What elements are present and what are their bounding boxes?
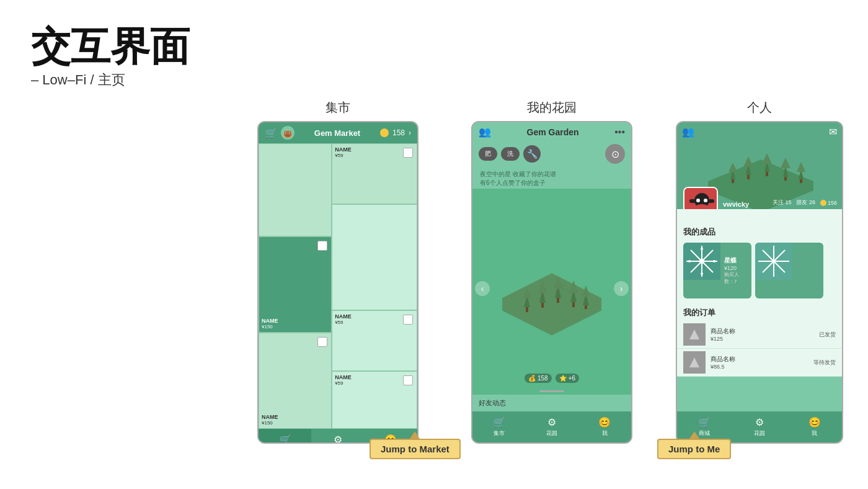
more-icon[interactable]: ••• [614,127,625,138]
friends-stat: 朋友 26 [796,199,815,207]
order-status-2: 等待发货 [813,359,836,367]
notif-1: 夜空中的星 收藏了你的花谱 [480,170,624,179]
item-checkbox-s4[interactable] [403,375,413,385]
item-name-2: NAME [262,318,329,324]
order-info-2: 商品名称 ¥86.5 [711,355,808,370]
personal-phone-frame: 👥 ✉ vwvicky [676,121,843,444]
product-card-inner-1: 星蝶 ¥120 购买人数：7 [683,243,751,298]
personal-coin-count: 156 [828,200,837,206]
chevron-right-icon[interactable]: › [409,128,411,137]
order-item-2[interactable]: 商品名称 ¥86.5 等待发货 [677,349,842,377]
market-item-small-1[interactable]: NAME ¥59 [332,143,417,204]
garden-title: Gem Garden [491,127,614,137]
order-thumb-img-2 [683,351,706,374]
garden-nav-me-label: 我 [602,429,608,437]
market-item-small-2[interactable] [332,204,417,310]
jump-to-me-button[interactable]: Jump to Me [657,439,731,459]
personal-phone-container: 个人 [676,99,843,444]
follow-label: 关注 [773,199,786,205]
people-icon[interactable]: 👥 [479,126,491,138]
svg-rect-9 [541,303,544,308]
svg-point-48 [699,259,704,264]
market-item-small-4[interactable]: NAME ¥59 [332,371,417,429]
svg-rect-33 [784,177,787,181]
item-name-s3: NAME [335,313,414,320]
product-card-2[interactable] [755,243,823,298]
personal-section-label: 个人 [747,99,772,116]
garden-coin-count: 158 [538,375,548,382]
item-checkbox[interactable] [317,241,327,251]
garden-nav-arrows: ‹ › [472,281,631,296]
garden-notification: 夜空中的星 收藏了你的花谱 有6个人点赞了你的盒子 [472,166,631,189]
tool-fertilize[interactable]: 肥 [479,147,497,161]
products-list: 星蝶 ¥120 购买人数：7 [677,240,842,303]
personal-nav-cart-icon: 🛒 [698,416,711,428]
garden-nav-me-icon: 😊 [598,416,611,428]
garden-bottom-bar: 💰 158 ⭐ +6 [525,374,579,383]
order-price-1: ¥125 [711,336,814,342]
garden-friends: 好友动态 [472,395,631,411]
avatar-image [684,188,718,209]
item-name-s4: NAME [335,374,414,380]
svg-rect-36 [800,179,802,183]
svg-rect-24 [732,179,734,183]
personal-nav-garden-label: 花园 [754,429,765,437]
garden-next-arrow[interactable]: › [614,281,629,296]
order-thumb-1 [683,323,706,346]
market-header: 🛒 👜 Gem Market 158 › [259,122,417,143]
cart-icon[interactable]: 🛒 [265,127,277,139]
camera-button[interactable]: ⊙ [605,144,625,164]
garden-coin-icon: 💰 [528,375,536,382]
page-title: 交互界面 [31,25,190,68]
item-checkbox-s3[interactable] [403,315,413,325]
callout-arrow-up-market [410,431,420,439]
item-name-3: NAME [262,414,329,420]
friends-count: 26 [809,199,815,205]
notif-2: 有6个人点赞了你的盒子 [480,179,624,187]
snowflake-image [683,243,720,280]
svg-rect-30 [766,172,768,176]
market-item-large-3[interactable]: NAME ¥150 [259,333,332,429]
garden-nav-garden[interactable]: ⚙ 花园 [525,411,578,442]
hero-top-bar: 👥 ✉ [682,126,837,138]
jump-to-market-button[interactable]: Jump to Market [370,439,461,459]
garden-star-badge: ⭐ +6 [556,374,579,383]
tool-wrench-icon[interactable]: 🔧 [523,145,541,163]
product-name-1: 星蝶 [724,256,748,265]
garden-section-label: 我的花园 [527,99,577,116]
market-body: NAME ¥150 NAME ¥150 NAME ¥59 [259,143,417,429]
market-item-small-3[interactable]: NAME ¥59 [332,310,417,371]
personal-nav-me[interactable]: 😊 我 [787,411,842,442]
market-nav-market[interactable]: 🛒 集市 [259,429,311,444]
hero-mail-icon[interactable]: ✉ [829,126,837,138]
market-item-large-2[interactable]: NAME ¥150 [259,236,332,333]
order-name-1: 商品名称 [711,327,814,336]
garden-header: 👥 Gem Garden ••• [472,122,631,141]
user-avatar[interactable] [683,187,718,209]
market-item-large-1[interactable] [259,143,332,236]
order-item-1[interactable]: 商品名称 ¥125 已发货 [677,321,842,349]
svg-point-52 [713,260,715,262]
item-price-2: ¥150 [262,324,329,330]
item-price-s1: ¥59 [335,153,414,158]
garden-view: ‹ › 💰 158 ⭐ +6 [472,189,631,388]
garden-nav-market[interactable]: 🛒 集市 [472,411,525,442]
garden-nav-me[interactable]: 😊 我 [578,411,631,442]
personal-nav-garden[interactable]: ⚙ 花园 [732,411,787,442]
garden-nav-garden-label: 花园 [546,429,557,437]
products-section-title: 我的成品 [677,209,842,240]
market-title: Gem Market [298,128,376,138]
order-thumb-img-1 [683,323,706,346]
garden-prev-arrow[interactable]: ‹ [475,281,490,296]
item-checkbox-s1[interactable] [403,148,413,158]
product-img-1 [683,243,720,280]
item-price-s3: ¥59 [335,320,414,325]
page-subtitle: – Low–Fi / 主页 [31,71,190,89]
product-card-1[interactable]: 星蝶 ¥120 购买人数：7 [683,243,751,298]
bag-icon[interactable]: 👜 [281,126,294,140]
item-checkbox-3[interactable] [317,337,327,347]
market-nav-garden[interactable]: ⚙ 花园 [311,429,364,444]
market-nav-gear-icon: ⚙ [334,434,342,444]
tool-wash[interactable]: 洗 [501,147,520,161]
item-price-s4: ¥59 [335,380,414,386]
